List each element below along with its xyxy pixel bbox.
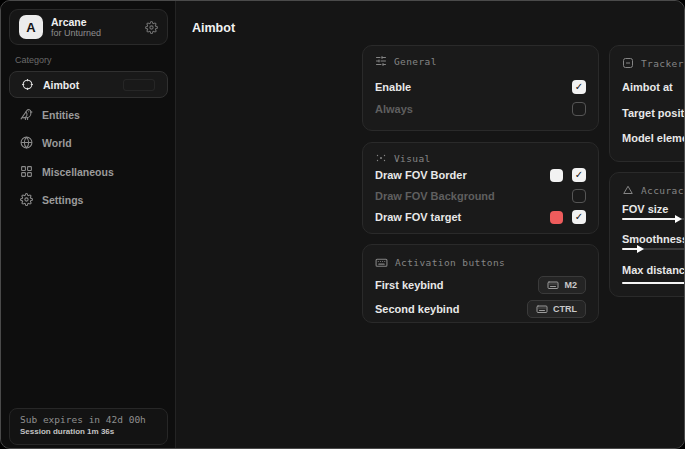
sub-expiry-text: Sub expires in 42d 00h — [20, 414, 157, 425]
sidebar-item-label: Settings — [42, 194, 83, 206]
minus-square-icon — [622, 57, 634, 69]
grid-icon — [20, 165, 33, 178]
always-checkbox[interactable] — [572, 102, 586, 116]
hotkey-hint — [123, 79, 155, 91]
setting-row-target-position: Target position Selected bone — [622, 103, 685, 123]
globe-icon — [20, 136, 33, 149]
activation-card: Activation buttons First keybind M2 Seco… — [362, 244, 599, 323]
first-keybind-button[interactable]: M2 — [538, 276, 586, 294]
sidebar-item-settings[interactable]: Settings — [9, 186, 168, 213]
slider-fill — [622, 218, 677, 220]
keybind-value: M2 — [564, 280, 577, 290]
visual-card: Visual Draw FOV Border ✓ Draw FOV Backgr… — [362, 142, 599, 234]
session-duration-text: Session duration 1m 36s — [20, 427, 157, 436]
color-swatch-white[interactable] — [550, 169, 563, 182]
slider-thumb[interactable] — [675, 215, 682, 223]
activation-header: Activation buttons — [375, 256, 505, 269]
setting-label: Enable — [375, 81, 572, 93]
general-header: General — [375, 55, 437, 67]
sidebar: A Arcane for Unturned Category Aimbot En… — [1, 1, 176, 448]
brand-text: Arcane for Unturned — [51, 16, 137, 38]
sliders-icon — [375, 55, 387, 67]
sidebar-item-label: Miscellaneous — [42, 166, 114, 178]
setting-row-aimbot-at: Aimbot at Zombie — [622, 77, 685, 97]
app-title: Arcane — [51, 16, 137, 28]
accuracy-card: Accuracy FOV size 94° Smoothness 7.7 — [609, 172, 685, 297]
setting-label: Draw FOV target — [375, 211, 550, 223]
app-window: A Arcane for Unturned Category Aimbot En… — [0, 0, 685, 449]
setting-label: Target position — [622, 107, 685, 119]
setting-row-second-keybind: Second keybind CTRL — [375, 299, 586, 319]
sidebar-item-label: Aimbot — [43, 79, 79, 91]
max-distance-slider[interactable] — [622, 279, 685, 287]
general-card: General Enable ✓ Always — [362, 45, 599, 131]
sidebar-item-label: World — [42, 137, 72, 149]
sidebar-item-aimbot[interactable]: Aimbot — [9, 71, 168, 98]
section-title: General — [394, 56, 437, 67]
setting-label: Aimbot at — [622, 81, 685, 93]
fov-border-checkbox[interactable]: ✓ — [572, 168, 586, 182]
subscription-info: Sub expires in 42d 00h Session duration … — [9, 408, 168, 445]
keyboard-icon — [547, 279, 559, 291]
section-title: Accuracy — [641, 185, 685, 196]
sidebar-item-label: Entities — [42, 109, 80, 121]
app-logo: A — [19, 15, 43, 39]
setting-row-enable: Enable ✓ — [375, 77, 586, 97]
check-icon: ✓ — [575, 212, 583, 222]
tracker-card: Tracker Aimbot at Zombie Target position… — [609, 45, 685, 162]
setting-row-fov-background: Draw FOV Background — [375, 186, 586, 206]
fov-background-checkbox[interactable] — [572, 189, 586, 203]
setting-label: Always — [375, 103, 572, 115]
setting-label: Second keybind — [375, 303, 527, 315]
setting-label: Model elements — [622, 132, 685, 144]
setting-label: Draw FOV Background — [375, 190, 572, 202]
page-title: Aimbot — [192, 21, 235, 35]
setting-row-first-keybind: First keybind M2 — [375, 275, 586, 295]
sidebar-item-world[interactable]: World — [9, 129, 168, 156]
category-label: Category — [15, 55, 52, 65]
setting-row-model-elements: Model elements Head, Neck — [622, 128, 685, 148]
setting-label: Draw FOV Border — [375, 169, 550, 181]
main-panel: Aimbot General Enable ✓ Always — [177, 1, 684, 448]
setting-row-fov-border: Draw FOV Border ✓ — [375, 165, 586, 185]
section-title: Tracker — [641, 58, 684, 69]
visual-header: Visual — [375, 152, 431, 164]
sidebar-item-miscellaneous[interactable]: Miscellaneous — [9, 158, 168, 185]
slider-thumb[interactable] — [637, 245, 644, 253]
max-distance-row: Max distance 500m — [622, 262, 685, 278]
slider-fill — [622, 282, 685, 284]
sidebar-item-entities[interactable]: Entities — [9, 101, 168, 128]
setting-label: Max distance — [622, 264, 685, 276]
setting-label: First keybind — [375, 279, 538, 291]
setting-label: Smoothness — [622, 233, 685, 245]
gear-icon — [20, 193, 33, 206]
color-swatch-red[interactable] — [550, 211, 563, 224]
setting-row-fov-target: Draw FOV target ✓ — [375, 207, 586, 227]
section-title: Activation buttons — [395, 257, 505, 268]
keyboard-icon — [536, 303, 548, 315]
section-title: Visual — [394, 153, 431, 164]
dots-icon — [375, 152, 387, 164]
fov-size-slider[interactable] — [622, 215, 685, 223]
setting-label: FOV size — [622, 203, 685, 215]
bird-icon — [20, 108, 33, 121]
setting-row-always: Always — [375, 99, 586, 119]
smoothness-slider[interactable] — [622, 245, 685, 253]
second-keybind-button[interactable]: CTRL — [527, 300, 586, 318]
brand-card: A Arcane for Unturned — [9, 9, 168, 45]
enable-checkbox[interactable]: ✓ — [572, 80, 586, 94]
keyboard-icon — [375, 256, 388, 269]
gear-icon[interactable] — [145, 21, 158, 34]
crosshair-icon — [21, 78, 34, 91]
check-icon: ✓ — [575, 82, 583, 92]
app-logo-letter: A — [26, 20, 35, 35]
check-icon: ✓ — [575, 170, 583, 180]
accuracy-header: Accuracy — [622, 184, 685, 196]
tracker-header: Tracker — [622, 57, 684, 69]
fov-target-checkbox[interactable]: ✓ — [572, 210, 586, 224]
triangle-icon — [622, 184, 634, 196]
keybind-value: CTRL — [553, 304, 577, 314]
app-subtitle: for Unturned — [51, 28, 137, 38]
